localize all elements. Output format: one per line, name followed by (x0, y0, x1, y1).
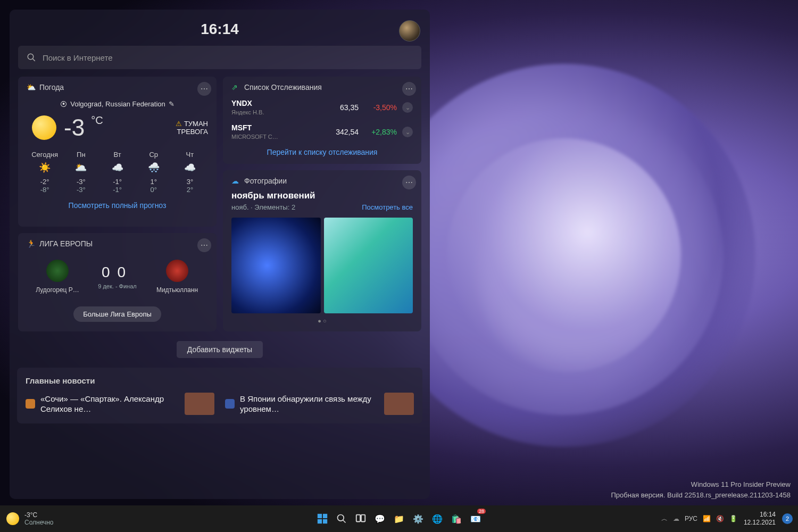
photos-more-button[interactable]: ⋯ (402, 176, 416, 189)
photos-meta: нояб. · Элементы: 2 (231, 203, 295, 211)
mail-button[interactable]: 📧28 (468, 511, 484, 527)
warning-icon: ⚠ (176, 120, 182, 128)
forecast-day[interactable]: Чт☁️3°2° (172, 151, 208, 194)
task-view-button[interactable] (353, 511, 369, 527)
sun-icon (32, 115, 56, 140)
settings-button[interactable]: ⚙️ (410, 511, 426, 527)
news-heading: Главные новости (26, 376, 414, 385)
sports-more-button[interactable]: ⋯ (197, 238, 211, 252)
svg-point-6 (338, 515, 344, 521)
svg-point-0 (28, 54, 34, 60)
news-thumbnail (384, 393, 414, 415)
svg-rect-2 (318, 514, 322, 518)
taskbar-temp: -3°C (24, 511, 54, 519)
forecast-day[interactable]: Пн🌥️-3°-3° (63, 151, 99, 194)
location-target-icon: ⦿ (60, 100, 67, 108)
forecast-day[interactable]: Ср🌨️1°0° (136, 151, 172, 194)
tray-onedrive-icon[interactable]: ☁ (673, 515, 679, 522)
battery-icon[interactable]: 🔋 (729, 515, 737, 522)
explorer-button[interactable]: 📁 (391, 511, 407, 527)
svg-rect-4 (318, 519, 322, 523)
edit-location-icon[interactable]: ✎ (169, 100, 174, 108)
store-button[interactable]: 🛍️ (448, 511, 464, 527)
carousel-dots[interactable]: ● ○ (231, 318, 413, 324)
search-icon (27, 53, 36, 62)
stock-row[interactable]: MSFTMICROSOFT C…342,54+2,83%⌄ (231, 123, 413, 140)
wifi-icon[interactable]: 📶 (703, 515, 711, 522)
sports-title: ЛИГА ЕВРОПЫ (39, 239, 93, 248)
mail-badge: 28 (477, 509, 486, 514)
search-input[interactable]: Поиск в Интернете (18, 46, 421, 69)
watchlist-widget[interactable]: ⇗ Список Отслеживания ⋯ YNDXЯндекс Н.В.6… (223, 77, 421, 164)
news-thumbnail (185, 393, 214, 415)
svg-rect-3 (323, 514, 327, 518)
chevron-icon: ⌄ (402, 102, 413, 113)
team-home: Лудогорец Р… (31, 260, 84, 294)
news-item[interactable]: «Сочи» — «Спартак». Александр Селихов не… (26, 393, 214, 415)
team-badge-icon (166, 260, 188, 282)
sports-icon: 🏃 (27, 239, 35, 248)
tray-chevron-icon[interactable]: ︿ (661, 514, 668, 523)
edge-button[interactable]: 🌐 (429, 511, 445, 527)
photo-thumbnail[interactable] (324, 218, 413, 313)
team-away: Мидтьюлланн (151, 260, 204, 294)
stocks-icon: ⇗ (231, 83, 240, 92)
taskbar-cond: Солнечно (24, 519, 54, 526)
onedrive-icon: ☁ (231, 177, 240, 185)
user-avatar[interactable] (399, 20, 420, 41)
team-badge-icon (46, 260, 69, 282)
svg-rect-9 (361, 515, 365, 522)
volume-icon[interactable]: 🔇 (716, 515, 724, 522)
chevron-icon: ⌄ (402, 127, 413, 137)
stocks-title: Список Отслеживания (244, 83, 322, 92)
language-indicator[interactable]: РУС (685, 515, 697, 522)
search-placeholder: Поиск в Интернете (43, 53, 113, 62)
chat-button[interactable]: 💬 (372, 511, 388, 527)
weather-icon: ⛅ (27, 83, 35, 92)
weather-alert: ⚠ ТУМАН ТРЕВОГА (176, 120, 208, 136)
photos-widget[interactable]: ☁ Фотографии ⋯ ноябрь мгновений нояб. · … (223, 170, 421, 331)
svg-line-1 (32, 59, 35, 61)
weather-widget[interactable]: ⛅ Погода ⋯ ⦿ Volgograd, Russian Federati… (18, 77, 217, 227)
news-source-icon (26, 399, 35, 409)
top-news-section: Главные новости «Сочи» — «Спартак». Алек… (17, 368, 422, 423)
taskbar: -3°C Солнечно 💬 📁 ⚙️ 🌐 🛍️ 📧28 ︿ ☁ РУС 📶 … (0, 505, 798, 532)
add-widgets-button[interactable]: Добавить виджеты (177, 341, 263, 358)
weather-more-button[interactable]: ⋯ (197, 82, 211, 96)
sports-more-link[interactable]: Больше Лига Европы (73, 306, 161, 322)
current-temp: -3 °C (64, 114, 103, 141)
news-item[interactable]: В Японии обнаружили связь между уровнем… (225, 393, 414, 415)
taskbar-weather[interactable]: -3°C Солнечно (6, 511, 54, 527)
weather-full-forecast-link[interactable]: Посмотреть полный прогноз (27, 201, 208, 210)
stocks-more-button[interactable]: ⋯ (402, 82, 416, 96)
match-score: 00 9 дек. - Финал (98, 264, 136, 289)
svg-rect-5 (323, 519, 327, 523)
svg-rect-8 (356, 515, 360, 522)
photos-widget-title: Фотографии (244, 177, 287, 185)
forecast-day[interactable]: Вт☁️-1°-1° (99, 151, 135, 194)
build-watermark: Windows 11 Pro Insider Preview Пробная в… (611, 479, 791, 500)
panel-clock: 16:14 (201, 21, 239, 38)
svg-line-7 (343, 520, 346, 523)
forecast-day[interactable]: Сегодня☀️-2°-8° (27, 151, 63, 194)
photos-see-all-link[interactable]: Посмотреть все (362, 203, 413, 211)
weather-title: Погода (39, 83, 64, 92)
notification-count[interactable]: 2 (782, 513, 793, 524)
widgets-panel: 16:14 Поиск в Интернете ⛅ Погода ⋯ ⦿ Vol… (10, 10, 430, 499)
start-button[interactable] (314, 511, 330, 527)
photos-album-title: ноябрь мгновений (231, 190, 413, 201)
stocks-link[interactable]: Перейти к списку отслеживания (231, 148, 413, 156)
search-button[interactable] (334, 511, 350, 527)
sun-icon (6, 512, 19, 525)
weather-location: Volgograd, Russian Federation (70, 100, 165, 108)
news-source-icon (225, 399, 235, 409)
sports-widget[interactable]: 🏃 ЛИГА ЕВРОПЫ ⋯ Лудогорец Р… 00 9 дек. -… (18, 233, 217, 331)
photo-thumbnail[interactable] (231, 218, 321, 313)
stock-row[interactable]: YNDXЯндекс Н.В.63,35-3,50%⌄ (231, 99, 413, 116)
wallpaper-bloom (372, 64, 755, 447)
taskbar-clock[interactable]: 16:14 12.12.2021 (744, 511, 776, 527)
